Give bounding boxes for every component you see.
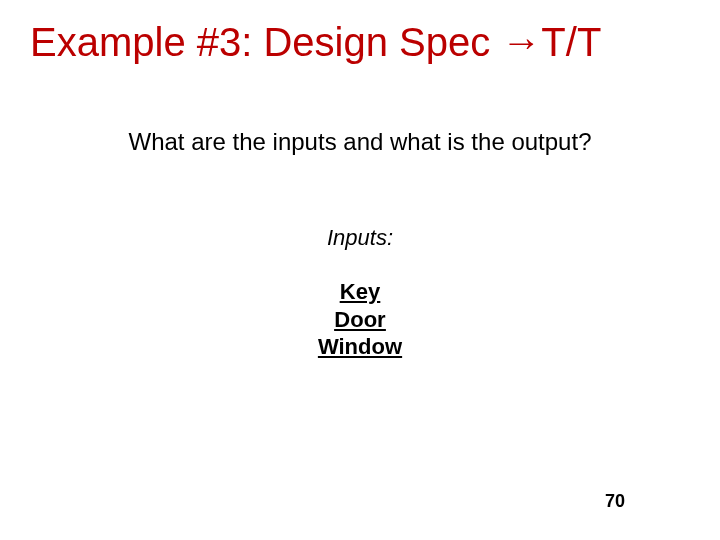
slide-title: Example #3: Design Spec →T/T <box>0 20 720 65</box>
input-item: Key <box>0 278 720 306</box>
question-text: What are the inputs and what is the outp… <box>0 128 720 156</box>
input-item: Window <box>0 333 720 361</box>
inputs-heading: Inputs: <box>0 225 720 251</box>
input-item: Door <box>0 306 720 334</box>
inputs-list: Key Door Window <box>0 278 720 361</box>
page-number: 70 <box>605 491 625 512</box>
slide: Example #3: Design Spec →T/T What are th… <box>0 0 720 540</box>
